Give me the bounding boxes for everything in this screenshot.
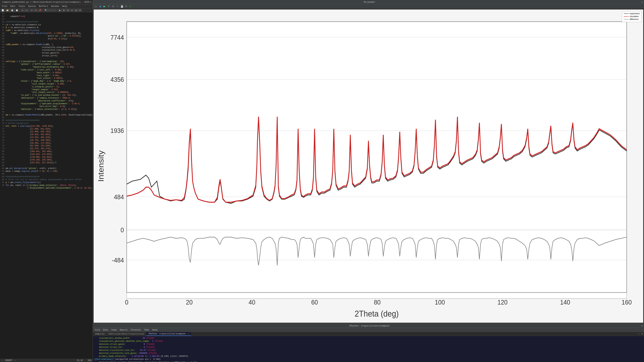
ipy-tab-close[interactable]: ✕ — [188, 333, 189, 335]
ipython-content-area[interactable]: classoptions_window_width: 20 (fixed) cl… — [93, 336, 644, 362]
xu-forward-btn[interactable]: ▶ — [102, 4, 106, 8]
legend-difference-label: difference — [630, 18, 638, 20]
svg-text:160: 160 — [622, 299, 632, 306]
vim-close-btn[interactable]: ✕ — [90, 1, 91, 4]
ipy-line-8: [[Correlations]] (unreported correlation… — [94, 358, 643, 361]
ipy-line-6: emission_crystallite_size_gauss: 1000000… — [94, 352, 643, 355]
xu-close-btn[interactable]: ✕ — [641, 1, 643, 3]
legend-simulation-label: simulation — [630, 15, 639, 18]
ipy-new-tab-btn[interactable]: + — [637, 333, 640, 335]
xu-copy-btn[interactable]: ⎘ — [124, 4, 128, 8]
plot-legend: experiment simulation difference — [622, 11, 642, 22]
ipy-line-4: emission_strain_lor: 0 (fixed) — [94, 346, 643, 349]
toolbar-sep-1 — [20, 9, 20, 12]
legend-difference-line — [624, 19, 629, 20]
svg-text:100: 100 — [435, 299, 445, 306]
xu-zoom-in-btn[interactable]: + — [107, 4, 111, 8]
xu-home-btn[interactable]: ⌂ — [94, 4, 98, 8]
ipy-menu-search[interactable]: Search — [118, 328, 129, 332]
svg-text:80: 80 — [374, 299, 380, 306]
vim-cut-btn[interactable]: ✂ — [30, 9, 34, 12]
ipy-tab-menu-btn[interactable]: ▼ — [641, 333, 643, 335]
xu-save-fig-btn[interactable]: 💾 — [120, 4, 124, 8]
svg-text:2Theta (deg): 2Theta (deg) — [355, 309, 399, 318]
xu-window: XU:powder ✕ ⌂ ◀ ▶ + ⊖ ↔ 💾 ⎘ ✓ Intensity … — [93, 0, 644, 324]
right-pane: XU:powder ✕ ⌂ ◀ ▶ + ⊖ ↔ 💾 ⎘ ✓ Intensity … — [93, 0, 644, 362]
vim-statusbar: -- INSERT -- 31,31 52% — [0, 359, 93, 362]
vim-title: simpack_powdermodel.py (~/Nextcloud/deve… — [1, 1, 90, 3]
xu-toolbar: ⌂ ◀ ▶ + ⊖ ↔ 💾 ⎘ ✓ — [93, 4, 644, 9]
ipy-menu-help[interactable]: Help — [151, 328, 159, 332]
vim-code-area[interactable]: unpack=True) ###########################… — [5, 12, 93, 359]
vim-content-area: 3132333435 3637383940 4142434445 4647484… — [0, 12, 93, 359]
vim-toolbar: 📄 📂 💾 📋 ↩ ↪ ✂ ⎘ 📌 🔍 → ← ▶ ⚙ $ ≠ ⊟ ▼ — [0, 8, 93, 12]
ipy-line-5: emission_crystallite_size_lor: 5e-07 (fi… — [94, 349, 643, 352]
vim-menubar: File Edit Tools Syntax Buffers Window He… — [0, 4, 93, 8]
ipy-menu-file[interactable]: File — [94, 328, 102, 332]
svg-text:60: 60 — [311, 299, 318, 306]
vim-diff-btn[interactable]: ≠ — [70, 9, 74, 12]
svg-text:-484: -484 — [112, 256, 124, 264]
xu-check-btn[interactable]: ✓ — [129, 4, 132, 8]
svg-text:0: 0 — [125, 299, 128, 306]
vim-make-btn[interactable]: ⚙ — [62, 9, 66, 12]
ipython-close-btn[interactable]: ✕ — [641, 324, 643, 327]
xu-pan-btn[interactable]: ↔ — [116, 4, 119, 8]
vim-open-btn[interactable]: 📂 — [5, 9, 10, 12]
svg-text:4356: 4356 — [110, 76, 124, 83]
vim-split-btn[interactable]: ⊟ — [74, 9, 78, 12]
ipy-menu-tabs[interactable]: Tabs — [143, 328, 150, 332]
svg-text:120: 120 — [498, 299, 508, 306]
legend-experiment-label: experiment — [630, 12, 640, 15]
vim-new-btn[interactable]: 📄 — [1, 9, 5, 12]
ipy-line-2: classoptions_gaussian_smoother_bins_sigm… — [94, 340, 643, 343]
vim-more-btn[interactable]: ▼ — [78, 9, 82, 12]
ipy-line-1: classoptions_window_width: 20 (fixed) — [94, 337, 643, 340]
ipy-line-9: C(displacement_specimen_displacement, ab… — [94, 361, 643, 362]
xu-zoom-out-btn[interactable]: ⊖ — [111, 4, 115, 8]
ipy-menu-edit[interactable]: Edit — [102, 328, 110, 332]
ipy-tab-actions: + ▼ — [637, 333, 644, 335]
ipython-title: IPython: xrayutilities/examples — [98, 325, 641, 327]
svg-rect-0 — [127, 22, 627, 298]
vim-find-btn[interactable]: 🔍 — [44, 9, 48, 12]
vim-editor: simpack_powdermodel.py (~/Nextcloud/deve… — [0, 0, 93, 362]
legend-experiment: experiment — [624, 12, 640, 15]
xu-plot-area: Intensity 2Theta (deg) 7744 4356 1936 48… — [94, 10, 643, 323]
vim-menu-syntax[interactable]: Syntax — [27, 5, 37, 8]
vim-mode: -- INSERT -- — [1, 359, 16, 362]
vim-find-next-btn[interactable]: → — [48, 9, 52, 12]
vim-menu-tools[interactable]: Tools — [17, 5, 26, 8]
vim-menu-edit[interactable]: Edit — [9, 5, 17, 8]
vim-copy-btn[interactable]: ⎘ — [34, 9, 38, 12]
vim-menu-help[interactable]: Help — [61, 5, 68, 8]
ipy-line-7: primary_beam_intensity: 1.4273e+06 +/- 1… — [94, 355, 643, 358]
svg-text:Intensity: Intensity — [96, 150, 105, 182]
vim-menu-window[interactable]: Window — [50, 5, 60, 8]
ipython-menubar: File Edit View Search Terminal Tabs Help — [93, 328, 644, 332]
vim-find-prev-btn[interactable]: ← — [53, 9, 56, 12]
legend-simulation: simulation — [624, 15, 640, 18]
svg-text:20: 20 — [186, 299, 192, 306]
ipy-tab-dk[interactable]: dk@pinky: ~/Nextcloud/devel/xrayutilitie… — [93, 332, 146, 336]
toolbar-sep-2 — [29, 9, 29, 12]
vim-shell-btn[interactable]: $ — [66, 9, 70, 12]
vim-menu-buffers[interactable]: Buffers — [38, 5, 50, 8]
xu-back-btn[interactable]: ◀ — [98, 4, 102, 8]
vim-undo-btn[interactable]: ↩ — [20, 9, 24, 12]
vim-menu-file[interactable]: File — [1, 5, 8, 8]
vim-save-btn[interactable]: 💾 — [10, 9, 14, 12]
svg-text:484: 484 — [114, 193, 124, 200]
vim-paste-btn[interactable]: 📌 — [38, 9, 42, 12]
vim-redo-btn[interactable]: ↪ — [25, 9, 28, 12]
vim-line-numbers: 3132333435 3637383940 4142434445 4647484… — [0, 12, 5, 359]
vim-save-as-btn[interactable]: 📋 — [15, 9, 19, 12]
ipy-tab-ipython[interactable]: IPython: xrayutilities/examples ✕ — [146, 332, 191, 336]
vim-cursor-pos: 31,31 52% — [77, 359, 91, 362]
ipy-menu-terminal[interactable]: Terminal — [129, 328, 142, 332]
xu-title: XU:powder — [98, 1, 641, 3]
vim-run-btn[interactable]: ▶ — [58, 9, 62, 12]
ipy-menu-view[interactable]: View — [110, 328, 118, 332]
ipy-line-3: emission_strain_gauss: 0 (fixed) — [94, 343, 643, 346]
svg-text:1936: 1936 — [110, 127, 124, 134]
